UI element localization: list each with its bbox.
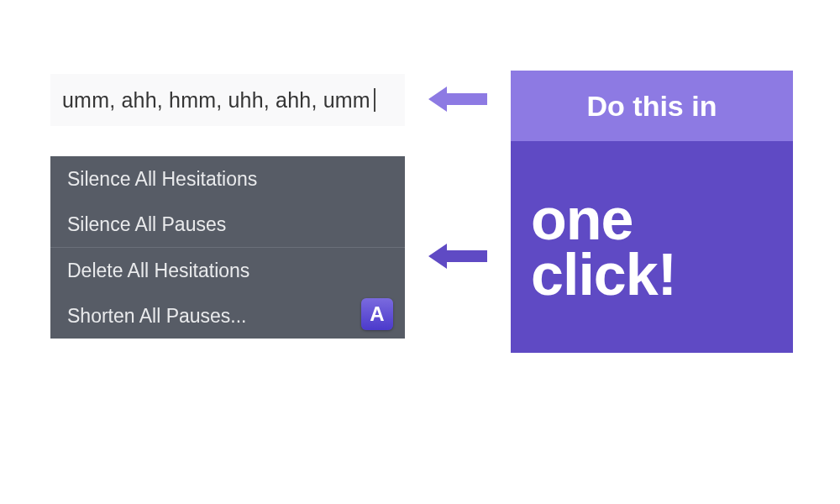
context-menu: Silence All Hesitations Silence All Paus… [50,156,405,339]
menu-item-label: Silence All Pauses [67,213,226,236]
menu-item-silence-pauses[interactable]: Silence All Pauses [50,202,405,247]
promo-callout: Do this in one click! [511,71,793,353]
menu-item-label: Silence All Hesitations [67,168,257,191]
menu-item-silence-hesitations[interactable]: Silence All Hesitations [50,156,405,202]
callout-body-text: one click! [531,192,773,303]
app-badge-icon: A [361,298,393,330]
hesitation-text-input[interactable]: umm, ahh, hmm, uhh, ahh, umm [50,74,405,126]
menu-item-label: Shorten All Pauses... [67,305,247,328]
arrow-left-icon [428,242,487,270]
text-cursor [374,88,375,112]
callout-header: Do this in [511,71,793,141]
menu-item-shorten-pauses[interactable]: Shorten All Pauses... A [50,293,405,339]
menu-item-delete-hesitations[interactable]: Delete All Hesitations [50,248,405,293]
callout-header-text: Do this in [587,90,717,123]
menu-item-label: Delete All Hesitations [67,260,249,282]
callout-body: one click! [511,141,793,353]
input-text-value: umm, ahh, hmm, uhh, ahh, umm [62,88,370,113]
app-badge-letter: A [370,302,384,326]
arrow-left-icon [428,85,487,113]
